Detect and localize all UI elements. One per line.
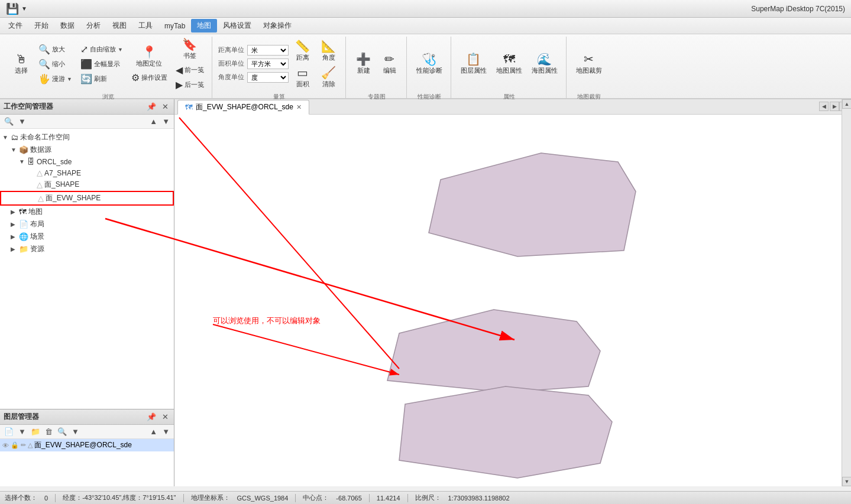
btn-area[interactable]: ▭ 面积 bbox=[291, 65, 315, 90]
btn-zoom-out[interactable]: 🔍 缩小 bbox=[35, 57, 75, 71]
scroll-bottom-btn[interactable]: ▼ bbox=[842, 477, 851, 486]
btn-distance[interactable]: 📏 距离 bbox=[291, 38, 315, 64]
btn-clear[interactable]: 🧹 清除 bbox=[317, 65, 341, 90]
btn-map-props[interactable]: 🗺 地图属性 bbox=[493, 51, 526, 77]
layer-search-icon[interactable]: 🔍 bbox=[56, 427, 69, 437]
menu-style-settings[interactable]: 风格设置 bbox=[217, 19, 257, 32]
layer-search-dropdown[interactable]: ▼ bbox=[70, 427, 81, 437]
tree-item-maps[interactable]: ▶ 🗺 地图 bbox=[0, 206, 174, 218]
quick-access-arrow[interactable]: ▼ bbox=[21, 5, 27, 12]
btn-refresh[interactable]: 🔄 刷新 bbox=[77, 72, 126, 86]
btn-new-thematic[interactable]: ➕ 新建 bbox=[352, 51, 376, 77]
new-thematic-icon: ➕ bbox=[356, 53, 371, 65]
menu-file[interactable]: 文件 bbox=[2, 19, 28, 32]
btn-prev-page[interactable]: ◀ 前一笺 bbox=[173, 63, 207, 77]
btn-op-settings[interactable]: ⚙ 操作设置 bbox=[128, 71, 170, 84]
tree-item-datasource[interactable]: ▼ 📦 数据源 bbox=[0, 144, 174, 156]
distance-unit-select[interactable]: 米 bbox=[247, 45, 289, 56]
ws-scroll-up[interactable]: ▲ bbox=[148, 116, 159, 126]
tree-item-a7shape[interactable]: △ A7_SHAPE bbox=[0, 167, 174, 178]
op-settings-label: 操作设置 bbox=[141, 73, 167, 82]
right-scrollbar: ▲ ▼ bbox=[842, 99, 851, 486]
btn-full-extent[interactable]: ⬛ 全幅显示 bbox=[77, 57, 126, 71]
btn-edit-thematic[interactable]: ✏ 编辑 bbox=[378, 51, 402, 77]
tree-icon-layout: 📄 bbox=[19, 220, 28, 229]
coord-display: 经度：-43°32'10.45",纬度：7°19'15.41" bbox=[63, 493, 176, 502]
polygon-shape2[interactable] bbox=[387, 310, 600, 392]
tree-expand-datasource[interactable]: ▼ bbox=[11, 147, 19, 153]
btn-layer-props[interactable]: 📋 图层属性 bbox=[457, 51, 490, 77]
polygon-shape1[interactable] bbox=[429, 153, 636, 256]
quick-access-toolbar: 💾 ▼ bbox=[6, 2, 27, 15]
menu-data[interactable]: 数据 bbox=[54, 19, 80, 32]
menu-view[interactable]: 视图 bbox=[106, 19, 132, 32]
tree-item-root[interactable]: ▼ 🗂 未命名工作空间 bbox=[0, 131, 174, 144]
layer-props-label: 图层属性 bbox=[461, 66, 487, 75]
tree-item-layout[interactable]: ▶ 📄 布局 bbox=[0, 218, 174, 230]
area-unit-select[interactable]: 平方米 bbox=[247, 58, 289, 69]
layer-scroll-up[interactable]: ▲ bbox=[148, 427, 159, 437]
tree-item-faceshape[interactable]: △ 面_SHAPE bbox=[0, 178, 174, 191]
tree-expand-maps[interactable]: ▶ bbox=[11, 209, 19, 215]
angle-icon: 📐 bbox=[321, 40, 336, 52]
btn-zoom-in[interactable]: 🔍 放大 bbox=[35, 43, 75, 56]
btn-map-locate[interactable]: 📍 地图定位 bbox=[128, 44, 170, 70]
btn-pan[interactable]: 🖐 漫游 ▼ bbox=[35, 72, 75, 86]
tab-scroll-left[interactable]: ◀ bbox=[819, 102, 829, 111]
workspace-close-icon[interactable]: ✕ bbox=[160, 102, 170, 112]
btn-sea-props[interactable]: 🌊 海图属性 bbox=[528, 51, 561, 77]
map-canvas[interactable]: 可以浏览使用，不可以编辑对象 bbox=[174, 115, 851, 486]
tree-item-evwshape[interactable]: △ 面_EVW_SHAPE bbox=[0, 191, 174, 206]
tree-item-orcl[interactable]: ▼ 🗄 ORCL_sde bbox=[0, 156, 174, 167]
btn-angle[interactable]: 📐 角度 bbox=[317, 38, 341, 64]
main-layout: 工作空间管理器 📌 ✕ 🔍 ▼ ▲ ▼ ▼ 🗂 未命名工作空间 bbox=[0, 99, 851, 486]
status-sep1 bbox=[55, 494, 56, 502]
btn-bookmark[interactable]: 🔖 书签 bbox=[173, 37, 207, 62]
prev-label: 前一笺 bbox=[185, 66, 204, 74]
btn-map-crop[interactable]: ✂ 地图裁剪 bbox=[572, 51, 606, 77]
polygon-shape3[interactable] bbox=[399, 386, 612, 478]
tree-item-resources[interactable]: ▶ 📁 资源 bbox=[0, 243, 174, 255]
layer-pin-icon[interactable]: 📌 bbox=[145, 412, 158, 422]
tab-close-btn[interactable]: ✕ bbox=[296, 103, 302, 111]
layer-folder-icon[interactable]: 📁 bbox=[29, 427, 42, 437]
angle-label: 角度 bbox=[322, 53, 335, 62]
layer-add-dropdown[interactable]: ▼ bbox=[17, 427, 28, 437]
tree-expand-orcl[interactable]: ▼ bbox=[19, 158, 27, 165]
ws-toolbar-icon1[interactable]: 🔍 bbox=[2, 116, 15, 126]
menu-tools[interactable]: 工具 bbox=[132, 19, 158, 32]
tree-icon-maps: 🗺 bbox=[19, 207, 27, 216]
layer-row-evwshape[interactable]: 👁 🔒 ✏ △ 面_EVW_SHAPE@ORCL_sde bbox=[0, 439, 174, 451]
tree-expand-resources[interactable]: ▶ bbox=[11, 246, 19, 252]
menu-start[interactable]: 开始 bbox=[28, 19, 54, 32]
layer-delete-icon[interactable]: 🗑 bbox=[43, 427, 54, 437]
free-zoom-dropdown: ▼ bbox=[118, 47, 123, 53]
quick-access-file[interactable]: 💾 bbox=[6, 2, 19, 15]
menu-mytab[interactable]: myTab bbox=[158, 20, 191, 32]
workspace-pin-icon[interactable]: 📌 bbox=[145, 102, 158, 112]
layer-scroll-down[interactable]: ▼ bbox=[160, 427, 172, 437]
menu-map[interactable]: 地图 bbox=[191, 19, 217, 32]
tree-expand-scene[interactable]: ▶ bbox=[11, 233, 19, 240]
ribbon-measure-items: 距离单位 米 面积单位 平方米 角度单位 度 bbox=[218, 37, 341, 92]
btn-perf-diag[interactable]: 🩺 性能诊断 bbox=[413, 51, 446, 77]
btn-next-page[interactable]: ▶ 后一笺 bbox=[173, 78, 207, 92]
menu-object-ops[interactable]: 对象操作 bbox=[257, 19, 297, 32]
ws-toolbar-icon2[interactable]: ▼ bbox=[17, 116, 28, 126]
menu-analysis[interactable]: 分析 bbox=[80, 19, 106, 32]
btn-select[interactable]: 🖱 选择 bbox=[9, 51, 33, 77]
btn-free-zoom[interactable]: ⤢ 自由缩放 ▼ bbox=[77, 43, 126, 56]
angle-unit-select[interactable]: 度 bbox=[247, 72, 289, 83]
scroll-top-btn[interactable]: ▲ bbox=[842, 99, 851, 109]
tab-map[interactable]: 🗺 面_EVW_SHAPE@ORCL_sde ✕ bbox=[177, 100, 309, 115]
layer-add-icon[interactable]: 📄 bbox=[2, 427, 15, 437]
workspace-toolbar: 🔍 ▼ ▲ ▼ bbox=[0, 115, 174, 129]
tree-expand-root[interactable]: ▼ bbox=[2, 134, 11, 141]
ws-scroll-down[interactable]: ▼ bbox=[160, 116, 172, 126]
next-icon: ▶ bbox=[176, 79, 183, 90]
tree-label-root: 未命名工作空间 bbox=[20, 132, 70, 142]
tab-scroll-right[interactable]: ▶ bbox=[830, 102, 839, 111]
tree-expand-layout[interactable]: ▶ bbox=[11, 221, 19, 227]
tree-item-scene[interactable]: ▶ 🌐 场景 bbox=[0, 230, 174, 243]
layer-close-icon[interactable]: ✕ bbox=[160, 412, 170, 422]
